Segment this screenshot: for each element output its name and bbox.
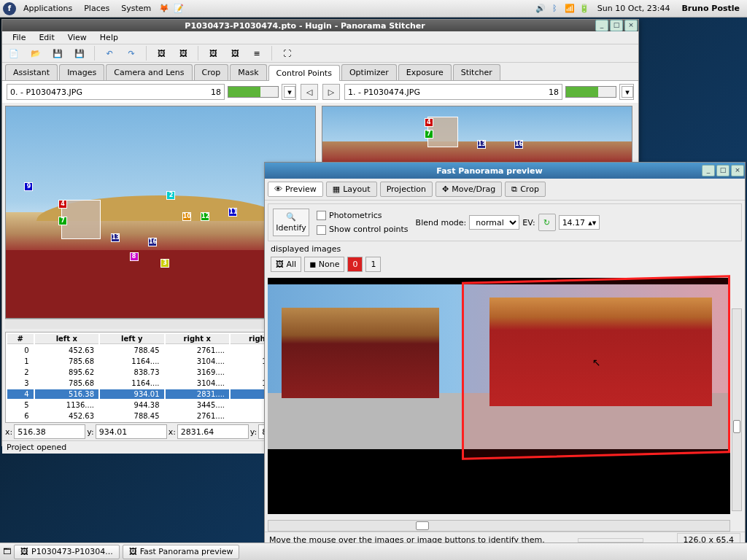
cp-marker[interactable]: 16 [514,140,523,149]
tab-control-points[interactable]: Control Points [268,65,340,81]
cp-marker[interactable]: 8 [130,252,139,261]
right-image-combo[interactable]: 1. - P1030474.JPG 18 [344,84,562,100]
battery-icon[interactable]: 🔋 [578,3,590,15]
identify-button[interactable]: 🔍 Identify [273,209,309,236]
coord-x2-input[interactable] [177,424,249,439]
firefox-launcher-icon[interactable]: 🦊 [158,3,170,15]
col-n[interactable]: # [7,334,34,344]
panorama-preview-canvas[interactable]: ↖ [268,278,730,514]
notes-launcher-icon[interactable]: 📝 [173,3,185,15]
tab-crop[interactable]: Crop [194,64,229,80]
tab-assistant[interactable]: Assistant [5,64,58,80]
coord-y-input[interactable] [96,424,167,439]
cp-marker[interactable]: 7 [425,130,433,139]
volume-icon[interactable]: 🔊 [535,3,546,15]
clock[interactable]: Sun 10 Oct, 23:44 [593,2,675,15]
right-image-label: 1. - P1030474.JPG [348,88,420,97]
identify-icon: 🔍 [286,212,296,222]
cp-marker[interactable]: 3 [160,259,169,268]
show-cp-checkbox[interactable] [317,225,326,235]
tab-exposure[interactable]: Exposure [398,64,452,80]
bluetooth-icon[interactable]: ᛒ [549,3,561,15]
left-zoom-box [61,200,101,239]
menu-edit[interactable]: Edit [33,31,60,44]
col-rx[interactable]: right x [166,334,229,344]
image-0-toggle[interactable]: 0 [347,257,363,272]
col-lx[interactable]: left x [35,334,98,344]
ev-spinner[interactable]: 14.17▴▾ [559,215,600,230]
gl-preview-icon[interactable]: 🖼 [226,44,244,62]
preview-tabs: 👁Preview ▦Layout Projection ✥Move/Drag ⧉… [265,179,745,201]
prev-pair-button[interactable]: ◁ [301,84,318,100]
close-button[interactable]: × [624,20,638,31]
tab-images[interactable]: Images [59,64,104,80]
cp-list-icon[interactable]: ≡ [248,44,266,62]
ev-reset-icon[interactable]: ↻ [538,214,556,231]
preview-minimize-button[interactable]: _ [702,165,715,176]
preview-maximize-button[interactable]: □ [716,165,729,176]
fedora-logo-icon[interactable]: f [3,2,16,15]
tab-mask[interactable]: Mask [230,64,266,80]
preview-icon[interactable]: 🖼 [204,44,222,62]
user-menu[interactable]: Bruno Postle [677,2,744,15]
cp-marker[interactable]: 4 [58,200,67,209]
left-image-caret[interactable]: ▾ [282,84,296,100]
preview-close-button[interactable]: × [731,165,744,176]
col-ly[interactable]: left y [100,334,163,344]
tab-stitcher[interactable]: Stitcher [453,64,500,80]
minimize-button[interactable]: _ [595,20,608,31]
tab-projection[interactable]: Projection [380,182,433,197]
tab-camera[interactable]: Camera and Lens [106,64,192,80]
cp-marker[interactable]: 10 [182,212,191,221]
add-image-icon[interactable]: 🖼 [152,44,170,62]
tab-movedrag[interactable]: ✥Move/Drag [436,182,502,197]
next-pair-button[interactable]: ▷ [322,84,340,100]
cp-marker[interactable]: 13 [477,140,486,149]
coord-y2-label: y: [250,427,257,437]
applications-menu[interactable]: Applications [19,2,77,15]
blend-mode-select[interactable]: normal [469,215,519,230]
all-images-button[interactable]: 🖼 All [271,257,301,272]
show-desktop-icon[interactable]: 🗔 [3,547,11,556]
right-image-pane[interactable]: 4 7 13 16 [322,106,632,166]
cp-marker[interactable]: 16 [148,238,157,246]
coord-x-input[interactable] [14,424,85,439]
undo-icon[interactable]: ↶ [101,44,118,62]
cp-marker[interactable]: 12 [201,212,209,221]
save-as-icon[interactable]: 💾 [71,44,88,62]
align-icon[interactable]: 🖼 [174,44,192,62]
open-project-icon[interactable]: 📂 [27,44,44,62]
network-icon[interactable]: 📶 [564,3,576,15]
task-preview[interactable]: 🖼Fast Panorama preview [123,545,240,559]
vfov-slider[interactable] [732,308,742,511]
hfov-slider[interactable] [268,520,730,532]
left-image-combo[interactable]: 0. - P1030473.JPG 18 [7,84,225,100]
maximize-button[interactable]: □ [610,20,623,31]
main-titlebar[interactable]: P1030473-P1030474.pto - Hugin - Panorama… [2,20,638,31]
save-project-icon[interactable]: 💾 [49,44,66,62]
menu-file[interactable]: File [7,31,31,44]
menu-view[interactable]: View [62,31,93,44]
menu-help[interactable]: Help [94,31,124,44]
cp-marker[interactable]: 9 [24,182,33,191]
none-images-button[interactable]: ◼ None [304,257,344,272]
tab-preview-crop[interactable]: ⧉Crop [505,182,546,197]
cp-marker[interactable]: 11 [228,208,237,217]
new-project-icon[interactable]: 📄 [5,44,23,62]
fullscreen-icon[interactable]: ⛶ [278,44,295,62]
cp-marker[interactable]: 13 [111,233,120,242]
preview-titlebar[interactable]: Fast Panorama preview _ □ × [265,163,745,179]
tab-preview[interactable]: 👁Preview [268,182,323,197]
tab-optimizer[interactable]: Optimizer [341,64,397,80]
redo-icon[interactable]: ↷ [123,44,140,62]
cp-marker[interactable]: 2 [166,191,175,200]
right-image-caret[interactable]: ▾ [619,84,634,100]
cp-marker[interactable]: 4 [425,118,433,127]
tab-layout[interactable]: ▦Layout [326,182,377,197]
task-hugin[interactable]: 🖼P1030473-P10304... [14,545,120,559]
image-1-toggle[interactable]: 1 [365,257,381,272]
places-menu[interactable]: Places [80,2,114,15]
system-menu[interactable]: System [117,2,155,15]
cp-marker[interactable]: 7 [58,217,67,225]
photometrics-checkbox[interactable] [317,211,326,220]
